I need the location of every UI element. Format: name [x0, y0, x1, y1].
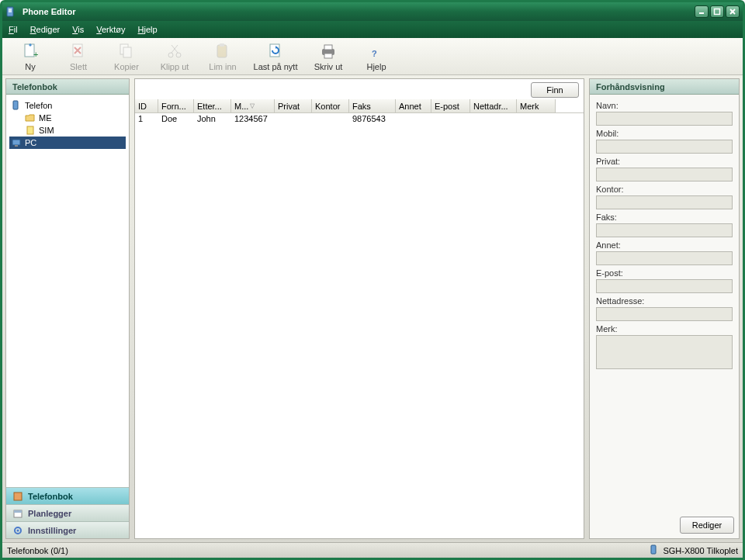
col-mobil[interactable]: M...▽ [231, 99, 275, 112]
field-merk [596, 335, 733, 369]
close-button[interactable] [726, 5, 740, 18]
table-header: ID Forn... Etter... M...▽ Privat Kontor … [135, 99, 584, 113]
find-button[interactable]: Finn [531, 82, 579, 98]
menu-vis[interactable]: Vis [72, 25, 84, 34]
center-panel: Finn ID Forn... Etter... M...▽ Privat Ko… [134, 78, 584, 539]
maximize-button[interactable] [710, 5, 724, 18]
toolbar-kopier: Kopier [103, 40, 150, 74]
col-epost[interactable]: E-post [431, 99, 470, 112]
toolbar-klipp: Klipp ut [151, 40, 198, 74]
svg-point-32 [17, 529, 19, 531]
nav-telefonbok[interactable]: Telefonbok [6, 487, 129, 504]
col-merk[interactable]: Merk [517, 99, 556, 112]
field-privat [596, 168, 733, 181]
svg-rect-22 [324, 54, 332, 58]
calendar-icon [12, 508, 23, 519]
status-left: Telefonbok (0/1) [7, 546, 68, 555]
tree: Telefon ME SIM PC [6, 95, 129, 487]
toolbar-slett: Slett [55, 40, 102, 74]
svg-rect-24 [13, 101, 18, 109]
app-icon [5, 5, 18, 18]
sim-icon [25, 125, 36, 136]
book-icon [12, 491, 23, 502]
col-nettadresse[interactable]: Nettadr... [470, 99, 517, 112]
tree-me[interactable]: ME [9, 112, 126, 124]
menu-verktoy[interactable]: Verktøy [96, 25, 125, 34]
nav-planlegger[interactable]: Planlegger [6, 504, 129, 521]
status-right: SGH-X800 Tilkoplet [663, 546, 738, 555]
field-navn [596, 112, 733, 126]
tree-pc[interactable]: PC [9, 137, 126, 149]
delete-icon [69, 42, 88, 60]
new-icon: + [21, 42, 40, 60]
svg-rect-12 [123, 47, 131, 57]
reload-icon [266, 42, 285, 60]
field-kontor [596, 195, 733, 209]
phone-icon [11, 100, 22, 111]
svg-rect-26 [12, 140, 20, 145]
toolbar: + Ny Slett Kopier Klipp ut Lim inn Last … [2, 38, 743, 75]
field-faks [596, 223, 733, 237]
field-epost [596, 279, 733, 293]
svg-rect-30 [14, 510, 22, 513]
label-annet: Annet: [596, 240, 733, 250]
toolbar-skriv[interactable]: Skriv ut [305, 40, 352, 74]
label-kontor: Kontor: [596, 185, 733, 194]
svg-rect-25 [27, 126, 33, 134]
preview-header: Forhåndsvisning [590, 79, 739, 95]
contacts-table: ID Forn... Etter... M...▽ Privat Kontor … [135, 99, 584, 538]
tree-telefon[interactable]: Telefon [9, 99, 126, 112]
svg-point-13 [168, 53, 173, 57]
col-fornavn[interactable]: Forn... [158, 99, 194, 112]
field-mobil [596, 140, 733, 154]
svg-rect-27 [15, 145, 18, 147]
col-privat[interactable]: Privat [275, 99, 312, 112]
label-navn: Navn: [596, 101, 733, 110]
minimize-button[interactable] [695, 5, 709, 18]
menu-hjelp[interactable]: Hjelp [138, 25, 158, 34]
svg-point-14 [176, 53, 181, 57]
col-kontor[interactable]: Kontor [312, 99, 349, 112]
gear-icon [12, 525, 23, 536]
label-nett: Nettadresse: [596, 296, 733, 306]
svg-text:?: ? [372, 49, 377, 58]
tree-sim[interactable]: SIM [9, 124, 126, 137]
toolbar-lim: Lim inn [199, 40, 246, 74]
label-mobil: Mobil: [596, 129, 733, 138]
folder-icon [25, 112, 36, 123]
toolbar-hjelp[interactable]: ? Hjelp [353, 40, 400, 74]
label-epost: E-post: [596, 268, 733, 278]
toolbar-ny[interactable]: + Ny [7, 40, 54, 74]
menu-fil[interactable]: Fil [9, 25, 18, 34]
col-faks[interactable]: Faks [349, 99, 396, 112]
col-id[interactable]: ID [135, 99, 158, 112]
window-title: Phone Editor [23, 7, 695, 16]
label-privat: Privat: [596, 157, 733, 166]
svg-rect-21 [324, 45, 332, 50]
menu-rediger[interactable]: Rediger [30, 25, 61, 34]
cut-icon [165, 42, 184, 60]
help-icon: ? [367, 42, 386, 60]
table-row[interactable]: 1 Doe John 1234567 9876543 [135, 113, 584, 126]
svg-text:+: + [33, 50, 38, 59]
svg-rect-18 [220, 43, 224, 47]
toolbar-last[interactable]: Last på nytt [248, 40, 303, 74]
edit-button[interactable]: Rediger [680, 517, 734, 534]
col-annet[interactable]: Annet [396, 99, 431, 112]
svg-rect-1 [9, 9, 12, 12]
left-panel: Telefonbok Telefon ME SIM PC [5, 78, 130, 539]
label-merk: Merk: [596, 324, 733, 334]
connection-icon [649, 544, 660, 557]
print-icon [319, 42, 338, 60]
preview-panel: Forhåndsvisning Navn: Mobil: Privat: Kon… [589, 78, 740, 539]
titlebar: Phone Editor [2, 2, 743, 21]
col-etternavn[interactable]: Etter... [194, 99, 231, 112]
field-annet [596, 251, 733, 265]
paste-icon [213, 42, 232, 60]
nav-innstillinger[interactable]: Innstillinger [6, 521, 129, 538]
sort-indicator-icon: ▽ [250, 102, 255, 109]
left-panel-header: Telefonbok [6, 79, 129, 95]
menubar: Fil Rediger Vis Verktøy Hjelp [2, 21, 743, 38]
svg-rect-17 [217, 45, 227, 57]
svg-rect-28 [14, 493, 22, 500]
